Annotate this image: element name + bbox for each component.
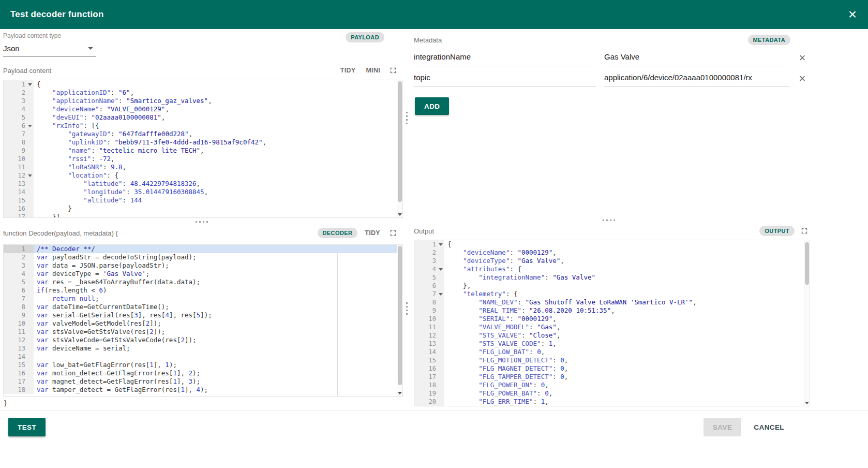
- output-badge: OUTPUT: [759, 226, 795, 236]
- code-line: 18 "FLG_POWER_ON": 0,: [414, 381, 810, 389]
- code-line: 4 "deviceName": "VALVE_0000129",: [4, 105, 402, 113]
- code-line: 7 return null;: [4, 295, 402, 303]
- metadata-row: ×: [414, 48, 810, 68]
- line-number: 6: [414, 282, 444, 290]
- line-number: 20: [414, 398, 444, 406]
- dialog-header: Test decoder function ×: [0, 0, 868, 29]
- code-line: 8var dateTime=GetCurrentDateTime();: [4, 303, 402, 311]
- scroll-down-icon[interactable]: [398, 213, 402, 216]
- line-number: 18: [414, 381, 444, 389]
- tidy-button[interactable]: TIDY: [362, 227, 383, 239]
- decoder-scrollbar[interactable]: [397, 245, 402, 396]
- line-number: 8: [414, 298, 444, 306]
- line-number: 13: [4, 180, 34, 188]
- code-line: 4 "attributes": {: [414, 265, 810, 273]
- tidy-button[interactable]: TIDY: [337, 65, 359, 76]
- payload-scrollbar[interactable]: [397, 80, 402, 217]
- payload-content-label: Payload content: [3, 67, 51, 75]
- output-scrollbar[interactable]: [804, 240, 810, 406]
- line-number: 14: [4, 353, 34, 361]
- add-button[interactable]: ADD: [415, 97, 449, 115]
- decoder-badge: DECODER: [318, 228, 358, 238]
- horizontal-splitter-left[interactable]: [0, 220, 405, 224]
- line-number: 5: [4, 278, 34, 286]
- fullscreen-icon[interactable]: [387, 65, 399, 76]
- payload-section: Payload content type Json PAYLOAD Payloa…: [0, 29, 405, 220]
- payload-content-type-select[interactable]: Json: [3, 41, 96, 57]
- line-number: 9: [4, 147, 34, 155]
- fold-arrow-icon[interactable]: [28, 125, 32, 127]
- horizontal-splitter-right[interactable]: [409, 218, 868, 222]
- code-line: 9var serial=GetSerial(res[3], res[4], re…: [4, 311, 402, 319]
- line-number: 11: [4, 328, 34, 336]
- fold-arrow-icon[interactable]: [28, 174, 32, 177]
- remove-metadata-icon[interactable]: ×: [795, 73, 810, 84]
- line-number: 6: [4, 122, 34, 130]
- metadata-key-input[interactable]: [414, 50, 596, 66]
- mini-button[interactable]: MINI: [363, 65, 383, 76]
- scroll-down-icon[interactable]: [398, 392, 402, 394]
- metadata-row: ×: [414, 68, 810, 89]
- line-number: 7: [4, 130, 34, 138]
- code-line: 13 "STS_VALVE_CODE": 1,: [414, 340, 810, 348]
- code-line: 12var stsValveCode=GetStsValveCode(res[2…: [4, 336, 402, 344]
- payload-badge: PAYLOAD: [346, 32, 384, 42]
- line-number: 14: [4, 188, 34, 196]
- line-number: 19: [414, 389, 444, 398]
- line-number: 2: [414, 248, 444, 257]
- code-line: 10 "rssi": -72,: [4, 155, 402, 163]
- code-line: 12 "STS_VALVE": "Close",: [414, 331, 810, 340]
- code-line: 3 "deviceType": "Gas Valve",: [414, 257, 810, 265]
- code-line: 6 },: [414, 282, 810, 290]
- line-number: 2: [4, 253, 34, 261]
- code-line: 6 "rxInfo": [{: [4, 122, 402, 130]
- line-number: 2: [4, 89, 34, 97]
- line-number: 5: [414, 273, 444, 282]
- code-line: 17 }]: [4, 213, 402, 218]
- payload-content-type-label: Payload content type: [3, 32, 96, 39]
- code-line: 17var magnet_detect=GetFlagError(res[1],…: [4, 377, 402, 386]
- line-number: 8: [4, 138, 34, 147]
- metadata-key-input[interactable]: [414, 71, 596, 87]
- line-number: 17: [414, 373, 444, 381]
- splitter-grip-icon: [406, 112, 408, 125]
- fold-arrow-icon[interactable]: [28, 83, 32, 86]
- line-number: 13: [414, 340, 444, 348]
- fold-arrow-icon[interactable]: [439, 268, 443, 271]
- code-line: 15 "altitude": 144: [4, 196, 402, 204]
- code-line: 11 "loRaSNR": 9.8,: [4, 163, 402, 171]
- line-number: 8: [4, 303, 34, 311]
- scroll-down-icon[interactable]: [805, 402, 809, 404]
- line-number: 10: [4, 319, 34, 328]
- code-line: 10 "SERIAL": "0000129",: [414, 315, 810, 323]
- fullscreen-icon[interactable]: [387, 227, 399, 239]
- payload-content-type-value: Json: [3, 44, 88, 53]
- line-number: 3: [4, 261, 34, 270]
- metadata-value-input[interactable]: [604, 50, 790, 66]
- line-number: 12: [414, 331, 444, 340]
- test-button[interactable]: TEST: [8, 418, 46, 436]
- output-section: Output OUTPUT 1{2 "deviceName": "0000129…: [409, 222, 868, 411]
- decoder-editor[interactable]: 1/** Decoder **/2var payloadStr = decode…: [3, 244, 403, 397]
- payload-editor[interactable]: 1{2 "applicationID": "6",3 "applicationN…: [3, 80, 403, 218]
- fullscreen-icon[interactable]: [799, 225, 810, 237]
- line-number: 17: [4, 377, 34, 386]
- test-decoder-dialog: Test decoder function × Payload content …: [0, 0, 868, 468]
- code-line: 18var tamper_detect = GetFlagError(res[1…: [4, 386, 402, 394]
- code-line: 1{: [4, 80, 402, 89]
- vertical-splitter[interactable]: [405, 29, 409, 411]
- metadata-value-input[interactable]: [604, 71, 790, 87]
- line-number: 7: [4, 295, 34, 303]
- close-icon[interactable]: ×: [847, 7, 858, 22]
- output-editor[interactable]: 1{2 "deviceName": "0000129",3 "deviceTyp…: [414, 240, 810, 406]
- code-line: 14 "longitude": 35.014479160308845,: [4, 188, 402, 196]
- code-line: 9 "REAL_TIME": "26.08.2020 10:51:35",: [414, 306, 810, 315]
- cancel-button[interactable]: CANCEL: [746, 418, 791, 436]
- fold-arrow-icon[interactable]: [439, 243, 443, 246]
- remove-metadata-icon[interactable]: ×: [795, 52, 810, 64]
- metadata-badge: METADATA: [748, 35, 790, 45]
- metadata-rows: ××: [414, 48, 810, 89]
- fold-arrow-icon[interactable]: [439, 293, 443, 296]
- save-button[interactable]: SAVE: [704, 418, 741, 436]
- line-number: 7: [414, 290, 444, 298]
